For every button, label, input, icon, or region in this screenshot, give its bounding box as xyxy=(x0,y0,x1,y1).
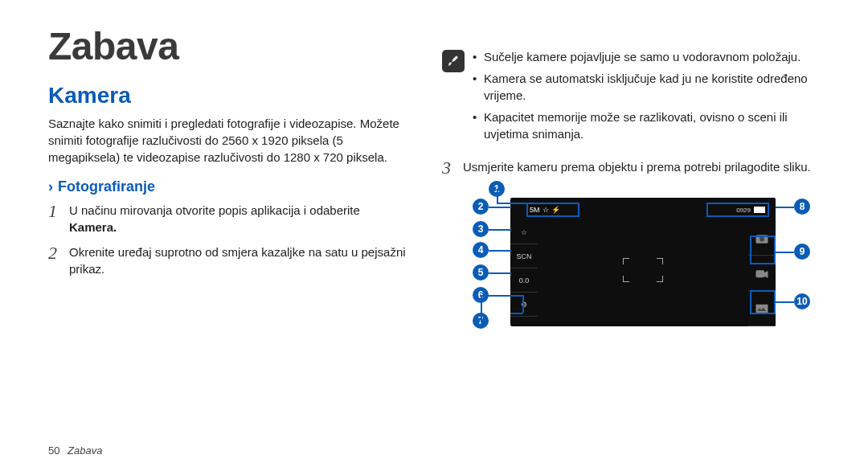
svg-rect-2 xyxy=(756,270,765,277)
page-footer: 50 Zabava xyxy=(48,444,102,457)
page-number: 50 xyxy=(48,444,59,457)
callout-box-10 xyxy=(750,290,776,314)
callout-box-9 xyxy=(750,236,776,264)
intro-text: Saznajte kako snimiti i pregledati fotog… xyxy=(48,115,410,166)
sub-heading: › Fotografiranje xyxy=(48,178,410,195)
scene-mode: SCN xyxy=(510,244,538,268)
step-3: 3 Usmjerite kameru prema objektu i prema… xyxy=(442,158,828,178)
note-item: Kamera se automatski isključuje kad ju n… xyxy=(473,70,828,104)
note-item: Sučelje kamere pojavljuje se samo u vodo… xyxy=(473,48,828,65)
callout-3: 3 xyxy=(473,221,489,237)
footer-title: Zabava xyxy=(68,444,102,457)
flash-icon: ☆ xyxy=(510,220,538,244)
focus-brackets xyxy=(623,258,663,282)
callout-10: 10 xyxy=(794,293,810,309)
callout-9: 9 xyxy=(794,244,810,260)
step-text: U načinu mirovanja otvorite popis aplika… xyxy=(69,202,410,236)
callout-8: 8 xyxy=(794,199,810,215)
step-2: 2 Okrenite uređaj suprotno od smjera kaz… xyxy=(48,244,410,277)
main-title: Zabava xyxy=(48,24,410,68)
step-number: 2 xyxy=(48,244,69,263)
callout-2: 2 xyxy=(473,199,489,215)
step-text: Okrenite uređaj suprotno od smjera kazal… xyxy=(69,244,410,277)
viewfinder-topright: 0929 xyxy=(706,203,769,217)
callout-4: 4 xyxy=(473,242,489,258)
step-number: 3 xyxy=(442,158,463,178)
note-item: Kapacitet memorije može se razlikovati, … xyxy=(473,109,828,142)
note-list: Sučelje kamere pojavljuje se samo u vodo… xyxy=(473,48,828,147)
camera-diagram: 5M ☆ ⚡ 0929 ☆ SCN 0.0 ⚙ xyxy=(442,186,828,362)
sub-heading-label: Fotografiranje xyxy=(58,178,155,195)
battery-icon xyxy=(754,207,765,213)
exposure-value: 0.0 xyxy=(510,268,538,293)
callout-5: 5 xyxy=(473,264,489,281)
chevron-icon: › xyxy=(48,178,53,195)
viewfinder-topbar: 5M ☆ ⚡ xyxy=(526,203,579,217)
note-box: Sučelje kamere pojavljuje se samo u vodo… xyxy=(442,48,828,147)
note-icon xyxy=(442,50,465,72)
section-title: Kamera xyxy=(48,83,410,109)
viewfinder: 5M ☆ ⚡ 0929 ☆ SCN 0.0 ⚙ xyxy=(510,198,776,326)
viewfinder-left-column: ☆ SCN 0.0 ⚙ xyxy=(510,220,538,317)
step-text: Usmjerite kameru prema objektu i prema p… xyxy=(463,158,811,175)
step-number: 1 xyxy=(48,202,69,221)
step-1: 1 U načinu mirovanja otvorite popis apli… xyxy=(48,202,410,236)
